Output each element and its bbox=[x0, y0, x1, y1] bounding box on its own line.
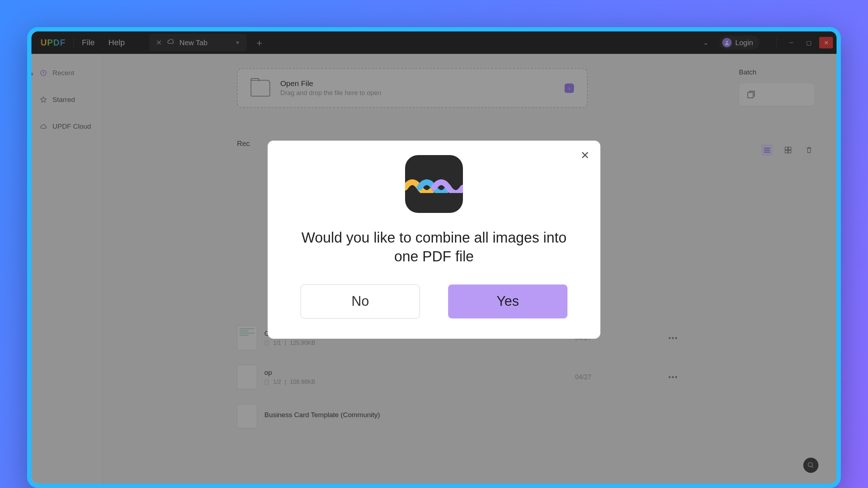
yes-button[interactable]: Yes bbox=[448, 284, 567, 318]
modal-message: Would you like to combine all images int… bbox=[288, 228, 580, 266]
modal-close-button[interactable]: ✕ bbox=[580, 150, 590, 161]
app-icon bbox=[405, 155, 463, 213]
modal-buttons: No Yes bbox=[288, 284, 580, 318]
modal-overlay: ✕ Would you like to combine all images i… bbox=[31, 31, 837, 484]
combine-modal: ✕ Would you like to combine all images i… bbox=[268, 141, 600, 339]
app-window: UPDF File Help ✕ New Tab ▼ ＋ ⌄ Login ─ ▢… bbox=[27, 27, 841, 488]
no-button[interactable]: No bbox=[301, 284, 420, 318]
